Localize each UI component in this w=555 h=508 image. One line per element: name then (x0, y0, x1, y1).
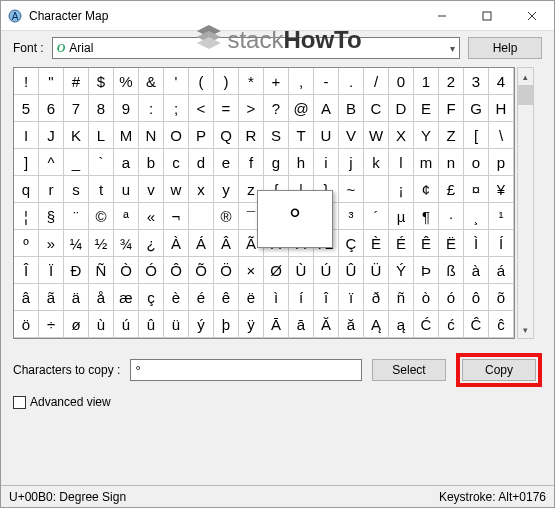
char-cell[interactable]: q (14, 176, 39, 203)
char-cell[interactable]: Q (214, 122, 239, 149)
char-cell[interactable]: ¥ (489, 176, 514, 203)
char-cell[interactable]: Ö (214, 257, 239, 284)
char-cell[interactable]: v (139, 176, 164, 203)
char-cell[interactable]: 7 (64, 95, 89, 122)
char-cell[interactable]: ª (114, 203, 139, 230)
char-cell[interactable]: \ (489, 122, 514, 149)
char-cell[interactable]: 9 (114, 95, 139, 122)
char-cell[interactable]: Í (489, 230, 514, 257)
scroll-thumb[interactable] (518, 85, 533, 105)
char-cell[interactable]: X (389, 122, 414, 149)
scrollbar[interactable]: ▴ ▾ (517, 67, 534, 339)
char-cell[interactable]: ` (89, 149, 114, 176)
char-cell[interactable]: o (464, 149, 489, 176)
char-cell[interactable]: C (364, 95, 389, 122)
char-cell[interactable]: , (289, 68, 314, 95)
char-cell[interactable]: M (114, 122, 139, 149)
char-cell[interactable]: ù (89, 311, 114, 338)
char-cell[interactable]: d (189, 149, 214, 176)
char-cell[interactable]: . (339, 68, 364, 95)
char-cell[interactable]: Ñ (89, 257, 114, 284)
char-cell[interactable]: ¶ (414, 203, 439, 230)
char-cell[interactable]: À (164, 230, 189, 257)
char-cell[interactable]: â (14, 284, 39, 311)
char-cell[interactable]: Ø (264, 257, 289, 284)
char-cell[interactable]: ¦ (14, 203, 39, 230)
font-dropdown[interactable]: O Arial ▾ (52, 37, 460, 59)
char-cell[interactable]: a (114, 149, 139, 176)
char-cell[interactable]: Á (189, 230, 214, 257)
char-cell[interactable]: ð (364, 284, 389, 311)
char-cell[interactable]: 6 (39, 95, 64, 122)
char-cell[interactable]: © (89, 203, 114, 230)
char-cell[interactable]: m (414, 149, 439, 176)
char-cell[interactable]: Ò (114, 257, 139, 284)
char-cell[interactable]: s (64, 176, 89, 203)
char-cell[interactable]: H (489, 95, 514, 122)
char-cell[interactable]: å (89, 284, 114, 311)
char-cell[interactable]: [ (464, 122, 489, 149)
char-cell[interactable]: c (164, 149, 189, 176)
char-cell[interactable]: ¨ (64, 203, 89, 230)
char-cell[interactable]: ý (189, 311, 214, 338)
minimize-button[interactable] (419, 1, 464, 30)
char-cell[interactable]: f (239, 149, 264, 176)
char-cell[interactable]: r (39, 176, 64, 203)
char-cell[interactable]: : (139, 95, 164, 122)
char-cell[interactable]: * (239, 68, 264, 95)
char-cell[interactable]: n (439, 149, 464, 176)
char-cell[interactable]: i (314, 149, 339, 176)
char-cell[interactable]: ; (164, 95, 189, 122)
char-cell[interactable]: Ĉ (464, 311, 489, 338)
char-cell[interactable]: Â (214, 230, 239, 257)
copy-button[interactable]: Copy (462, 359, 536, 381)
char-cell[interactable]: # (64, 68, 89, 95)
char-cell[interactable]: Ó (139, 257, 164, 284)
char-cell[interactable]: Ą (364, 311, 389, 338)
char-cell[interactable]: Ù (289, 257, 314, 284)
char-cell[interactable]: e (214, 149, 239, 176)
char-cell[interactable]: ā (289, 311, 314, 338)
char-cell[interactable]: J (39, 122, 64, 149)
char-cell[interactable]: Î (14, 257, 39, 284)
char-cell[interactable]: L (89, 122, 114, 149)
char-cell[interactable]: á (489, 257, 514, 284)
char-cell[interactable]: ă (339, 311, 364, 338)
close-button[interactable] (509, 1, 554, 30)
char-cell[interactable]: - (314, 68, 339, 95)
char-cell[interactable]: p (489, 149, 514, 176)
char-cell[interactable]: g (264, 149, 289, 176)
char-cell[interactable]: Ú (314, 257, 339, 284)
char-cell[interactable]: " (39, 68, 64, 95)
char-cell[interactable]: Ă (314, 311, 339, 338)
char-cell[interactable]: ® (214, 203, 239, 230)
char-cell[interactable]: Ð (64, 257, 89, 284)
char-cell[interactable]: B (339, 95, 364, 122)
char-cell[interactable]: Ç (339, 230, 364, 257)
char-cell[interactable]: ( (189, 68, 214, 95)
char-cell[interactable]: ] (14, 149, 39, 176)
char-cell[interactable]: N (139, 122, 164, 149)
char-cell[interactable]: ¬ (164, 203, 189, 230)
char-cell[interactable]: $ (89, 68, 114, 95)
char-cell[interactable]: W (364, 122, 389, 149)
char-cell[interactable]: ñ (389, 284, 414, 311)
char-cell[interactable]: ë (239, 284, 264, 311)
char-cell[interactable]: @ (289, 95, 314, 122)
char-cell[interactable]: Ì (464, 230, 489, 257)
char-cell[interactable]: 1 (414, 68, 439, 95)
char-cell[interactable]: u (114, 176, 139, 203)
char-cell[interactable]: ¼ (64, 230, 89, 257)
char-cell[interactable]: ^ (39, 149, 64, 176)
char-cell[interactable]: % (114, 68, 139, 95)
copy-input[interactable] (130, 359, 362, 381)
char-cell[interactable]: ¡ (389, 176, 414, 203)
char-cell[interactable]: ¢ (414, 176, 439, 203)
char-cell[interactable]: » (39, 230, 64, 257)
char-cell[interactable]: ü (164, 311, 189, 338)
char-cell[interactable]: I (14, 122, 39, 149)
char-cell[interactable]: ¿ (139, 230, 164, 257)
char-cell[interactable]: Ý (389, 257, 414, 284)
char-cell[interactable]: à (464, 257, 489, 284)
char-cell[interactable]: > (239, 95, 264, 122)
